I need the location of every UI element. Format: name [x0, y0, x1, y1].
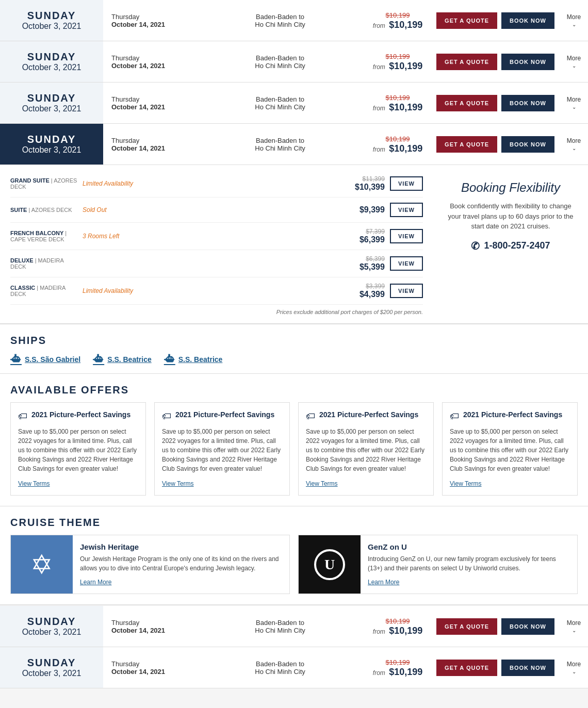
- tag-icon-1: 🏷: [162, 411, 171, 422]
- learn-more-link-jewish[interactable]: Learn More: [80, 579, 111, 586]
- actions-col-brow2: GET A QUOTE BOOK NOW: [431, 652, 560, 683]
- view-cabin-button[interactable]: VIEW: [390, 203, 423, 217]
- offer-card-2: 🏷 2021 Picture-Perfect Savings Save up t…: [298, 402, 434, 496]
- cruise-row-row3: SUNDAY October 3, 2021 Thursday October …: [0, 83, 588, 124]
- tag-icon-0: 🏷: [18, 411, 27, 422]
- cabin-deck: | Madeira Deck: [10, 285, 66, 297]
- date-text-row1: October 3, 2021: [8, 22, 95, 31]
- route-from-brow1: Baden-Baden to: [204, 619, 356, 627]
- learn-more-link-genz[interactable]: Learn More: [368, 579, 399, 586]
- cabin-row: GRAND SUITE | Azores Deck Limited Availa…: [10, 170, 423, 197]
- offer-title-0: 2021 Picture-Perfect Savings: [31, 410, 130, 419]
- cabin-current-price: $4,399: [349, 290, 385, 299]
- cabin-row: SUITE | Azores Deck Sold Out $9,399 VIEW: [10, 197, 423, 223]
- offers-section-title: AVAILABLE OFFERS: [10, 384, 578, 396]
- get-quote-button-brow1[interactable]: GET A QUOTE: [436, 618, 497, 635]
- route-from-row4: Baden-Baden to: [204, 137, 356, 144]
- end-date-row4: October 14, 2021: [111, 144, 188, 152]
- ship-link-1[interactable]: ⛴ S.S. Beatrice: [93, 353, 152, 366]
- theme-body-genz: Introducing GenZ on U, our new family pr…: [368, 554, 570, 573]
- ship-name-2: S.S. Beatrice: [178, 355, 223, 364]
- cabin-table: GRAND SUITE | Azores Deck Limited Availa…: [0, 170, 433, 315]
- booking-flex-body: Book confidently with flexibility to cha…: [444, 201, 578, 232]
- view-terms-link-2[interactable]: View Terms: [306, 480, 338, 487]
- cabin-availability: 3 Rooms Left: [83, 233, 344, 240]
- book-now-button-brow1[interactable]: BOOK NOW: [501, 618, 554, 635]
- ship-icon-0: ⛴: [10, 353, 22, 366]
- get-quote-button-row4[interactable]: GET A QUOTE: [436, 136, 497, 153]
- offer-card-0: 🏷 2021 Picture-Perfect Savings Save up t…: [10, 402, 146, 496]
- view-terms-link-3[interactable]: View Terms: [450, 480, 482, 487]
- end-day-row1: Thursday: [111, 13, 188, 21]
- route-col-row2: Baden-Baden to Ho Chi Minh City: [196, 47, 364, 77]
- get-quote-button-row2[interactable]: GET A QUOTE: [436, 54, 497, 70]
- cabin-orig-price: $6,399: [349, 255, 385, 262]
- theme-title-genz: GenZ on U: [368, 542, 570, 551]
- cabin-type: DELUXE | Madeira Deck: [10, 257, 77, 270]
- cabin-current-price: $9,399: [349, 205, 385, 215]
- get-quote-button-brow2[interactable]: GET A QUOTE: [436, 660, 497, 676]
- cabin-type: CLASSIC | Madeira Deck: [10, 285, 77, 297]
- actions-col-row2: GET A QUOTE BOOK NOW: [431, 46, 560, 77]
- ship-link-2[interactable]: ⛴ S.S. Beatrice: [164, 353, 223, 366]
- current-price-row4: $10,199: [389, 143, 422, 154]
- offer-header-2: 🏷 2021 Picture-Perfect Savings: [306, 410, 426, 422]
- get-quote-button-row3[interactable]: GET A QUOTE: [436, 95, 497, 111]
- chevron-down-icon-row1: ⌄: [572, 22, 576, 27]
- view-terms-link-1[interactable]: View Terms: [162, 480, 194, 487]
- view-cabin-button[interactable]: VIEW: [390, 284, 423, 298]
- date-col-row2: SUNDAY October 3, 2021: [0, 41, 103, 82]
- view-cabin-button[interactable]: VIEW: [390, 256, 423, 271]
- more-label-row1: More: [563, 13, 585, 21]
- route-to-row1: Ho Chi Minh City: [204, 21, 356, 28]
- booking-flex-title: Booking Flexibility: [444, 180, 578, 195]
- cabin-current-price: $10,399: [349, 183, 385, 192]
- view-cabin-button[interactable]: VIEW: [390, 176, 423, 191]
- orig-price-row2: $10,199: [386, 53, 410, 60]
- current-price-row1: $10,199: [389, 20, 422, 30]
- theme-section: CRUISE THEME ✡ Jewish Heritage Our Jewis…: [0, 506, 588, 605]
- more-col-row4[interactable]: More ⌄: [560, 130, 588, 159]
- more-col-row3[interactable]: More ⌄: [560, 89, 588, 118]
- cabin-availability: Sold Out: [83, 206, 344, 213]
- more-col-row2[interactable]: More ⌄: [560, 47, 588, 76]
- book-now-button-row3[interactable]: BOOK NOW: [501, 95, 554, 111]
- offer-title-2: 2021 Picture-Perfect Savings: [319, 410, 418, 419]
- more-col-brow1[interactable]: More ⌄: [560, 612, 588, 641]
- view-cabin-button[interactable]: VIEW: [390, 229, 423, 243]
- more-col-brow2[interactable]: More ⌄: [560, 653, 588, 682]
- more-col-row1[interactable]: More ⌄: [560, 6, 588, 35]
- ship-link-0[interactable]: ⛴ S.S. São Gabriel: [10, 353, 80, 366]
- booking-flex-panel: Booking Flexibility Book confidently wit…: [433, 170, 588, 315]
- cabin-type: SUITE | Azores Deck: [10, 207, 77, 213]
- offer-title-3: 2021 Picture-Perfect Savings: [463, 410, 562, 419]
- book-now-button-row2[interactable]: BOOK NOW: [501, 54, 554, 70]
- day-name-row3: SUNDAY: [8, 92, 95, 104]
- price-col-brow2: $10,199 from $10,199: [364, 650, 431, 685]
- bottom-rows: SUNDAY October 3, 2021 Thursday October …: [0, 605, 588, 688]
- cruise-info-brow2: Thursday October 14, 2021: [103, 653, 196, 683]
- cabin-type: GRAND SUITE | Azores Deck: [10, 177, 77, 190]
- cabin-current-price: $6,399: [349, 235, 385, 244]
- current-price-brow1: $10,199: [389, 625, 422, 636]
- route-to-row2: Ho Chi Minh City: [204, 62, 356, 70]
- detail-panel: GRAND SUITE | Azores Deck Limited Availa…: [0, 165, 588, 324]
- cabin-orig-price: $3,399: [349, 283, 385, 290]
- date-col-row1: SUNDAY October 3, 2021: [0, 0, 103, 41]
- date-col-brow2: SUNDAY October 3, 2021: [0, 647, 103, 688]
- book-now-button-brow2[interactable]: BOOK NOW: [501, 660, 554, 676]
- chevron-down-icon-brow2: ⌄: [572, 669, 576, 674]
- ship-icon-2: ⛴: [164, 353, 175, 366]
- get-quote-button-row1[interactable]: GET A QUOTE: [436, 12, 497, 29]
- route-from-row1: Baden-Baden to: [204, 13, 356, 21]
- view-terms-link-0[interactable]: View Terms: [18, 480, 50, 487]
- day-name-row4: SUNDAY: [8, 134, 95, 145]
- theme-img-jewish: ✡: [11, 535, 73, 594]
- orig-price-brow1: $10,199: [386, 617, 410, 625]
- chevron-down-icon-row2: ⌄: [572, 63, 576, 69]
- end-day-row3: Thursday: [111, 95, 188, 103]
- book-now-button-row1[interactable]: BOOK NOW: [501, 12, 554, 29]
- book-now-button-row4[interactable]: BOOK NOW: [501, 136, 554, 153]
- chevron-down-icon-brow1: ⌄: [572, 628, 576, 633]
- orig-price-row4: $10,199: [386, 135, 410, 143]
